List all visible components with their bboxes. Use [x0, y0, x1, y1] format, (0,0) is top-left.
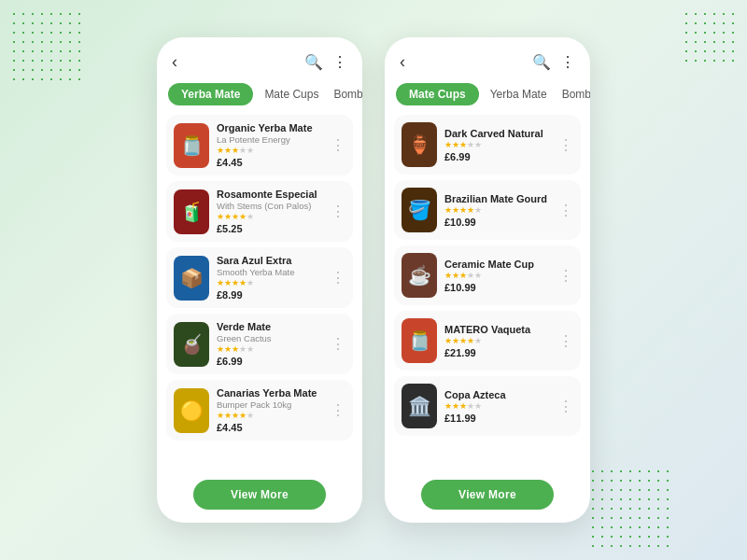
- product-info: Canarias Yerba Mate Bumper Pack 10kg ★★★…: [217, 387, 323, 433]
- product-more-icon[interactable]: ⋮: [558, 398, 573, 415]
- header-actions-2: 🔍 ⋮: [532, 53, 575, 71]
- product-info: Rosamonte Especial With Stems (Con Palos…: [217, 189, 323, 234]
- search-icon-2[interactable]: 🔍: [532, 53, 551, 71]
- view-more-container-1: View More: [157, 470, 362, 523]
- product-price: £10.99: [444, 282, 551, 293]
- product-name: Brazilian Mate Gourd: [444, 193, 551, 204]
- search-icon-1[interactable]: 🔍: [304, 53, 323, 71]
- product-sub: La Potente Energy: [217, 134, 323, 145]
- product-name: Organic Yerba Mate: [217, 122, 323, 133]
- product-item[interactable]: ☕ Ceramic Mate Cup ★★★★★ £10.99 ⋮: [394, 245, 581, 305]
- product-price: £8.99: [217, 289, 323, 301]
- product-image: ☕: [402, 253, 437, 298]
- menu-icon-1[interactable]: ⋮: [332, 53, 347, 71]
- product-item[interactable]: 📦 Sara Azul Extra Smooth Yerba Mate ★★★★…: [166, 247, 353, 308]
- tab-mate-cups[interactable]: Mate Cups: [261, 83, 322, 105]
- product-price: £10.99: [444, 217, 551, 228]
- product-item[interactable]: 🫙 Organic Yerba Mate La Potente Energy ★…: [166, 115, 353, 175]
- menu-icon-2[interactable]: ⋮: [560, 53, 575, 71]
- product-name: Verde Mate: [217, 321, 323, 332]
- product-more-icon[interactable]: ⋮: [331, 269, 345, 287]
- product-stars: ★★★★★: [444, 401, 551, 411]
- product-item[interactable]: 🏺 Dark Carved Natural ★★★★★ £6.99 ⋮: [394, 115, 581, 175]
- header-1: ‹ 🔍 ⋮: [157, 37, 362, 79]
- product-name: Copa Azteca: [444, 389, 551, 400]
- view-more-button-2[interactable]: View More: [421, 480, 554, 510]
- product-price: £4.45: [217, 422, 323, 433]
- decorative-dots-tl: [9, 9, 84, 84]
- back-button-2[interactable]: ‹: [400, 52, 405, 72]
- tab-bombill-2[interactable]: Bombil…: [558, 83, 590, 105]
- product-stars: ★★★★★: [217, 344, 323, 354]
- product-image: 🫙: [402, 318, 437, 363]
- product-item[interactable]: 🪣 Brazilian Mate Gourd ★★★★★ £10.99 ⋮: [394, 180, 581, 240]
- product-more-icon[interactable]: ⋮: [331, 335, 345, 353]
- tab-mate-cups-2[interactable]: Mate Cups: [396, 83, 479, 105]
- product-item[interactable]: 🧉 Verde Mate Green Cactus ★★★★★ £6.99 ⋮: [166, 314, 353, 374]
- header-actions-1: 🔍 ⋮: [304, 53, 347, 71]
- product-info: Dark Carved Natural ★★★★★ £6.99: [444, 128, 551, 162]
- product-price: £11.99: [444, 413, 551, 424]
- decorative-dots-tr: [682, 9, 738, 65]
- product-more-icon[interactable]: ⋮: [331, 203, 345, 220]
- product-info: Ceramic Mate Cup ★★★★★ £10.99: [444, 259, 551, 293]
- product-stars: ★★★★★: [444, 271, 551, 280]
- product-info: MATERO Vaqueta ★★★★★ £21.99: [444, 324, 551, 358]
- view-more-button-1[interactable]: View More: [193, 480, 326, 510]
- decorative-dots-br: [588, 467, 672, 551]
- product-more-icon[interactable]: ⋮: [558, 332, 573, 350]
- product-name: Rosamonte Especial: [217, 189, 323, 200]
- product-image: 🧉: [174, 322, 209, 367]
- product-stars: ★★★★★: [444, 336, 551, 345]
- product-stars: ★★★★★: [217, 278, 323, 287]
- product-image: 🏺: [402, 122, 437, 167]
- product-info: Brazilian Mate Gourd ★★★★★ £10.99: [444, 193, 551, 228]
- product-item[interactable]: 🟡 Canarias Yerba Mate Bumper Pack 10kg ★…: [166, 380, 353, 441]
- tabs-1: Yerba Mate Mate Cups Bombill…: [157, 79, 362, 115]
- phone-card-1: ‹ 🔍 ⋮ Yerba Mate Mate Cups Bombill… 🫙 Or…: [157, 37, 362, 523]
- product-list-2: 🏺 Dark Carved Natural ★★★★★ £6.99 ⋮ 🪣 Br…: [385, 115, 590, 470]
- product-list-1: 🫙 Organic Yerba Mate La Potente Energy ★…: [157, 115, 362, 470]
- product-image: 🟡: [174, 388, 209, 433]
- tab-yerba-mate[interactable]: Yerba Mate: [168, 83, 253, 105]
- product-name: Ceramic Mate Cup: [444, 259, 551, 270]
- product-name: Dark Carved Natural: [444, 128, 551, 139]
- product-price: £4.45: [217, 157, 323, 168]
- product-item[interactable]: 🏛️ Copa Azteca ★★★★★ £11.99 ⋮: [394, 376, 581, 436]
- product-item[interactable]: 🧃 Rosamonte Especial With Stems (Con Pal…: [166, 181, 353, 242]
- header-2: ‹ 🔍 ⋮: [385, 37, 590, 79]
- product-more-icon[interactable]: ⋮: [558, 202, 573, 219]
- product-more-icon[interactable]: ⋮: [331, 136, 345, 154]
- product-image: 🏛️: [402, 384, 437, 428]
- product-price: £6.99: [217, 356, 323, 367]
- product-stars: ★★★★★: [217, 146, 323, 155]
- back-button-1[interactable]: ‹: [172, 52, 177, 72]
- product-sub: Bumper Pack 10kg: [217, 399, 323, 410]
- product-info: Sara Azul Extra Smooth Yerba Mate ★★★★★ …: [217, 255, 323, 301]
- product-price: £5.25: [217, 223, 323, 234]
- tab-bombill[interactable]: Bombill…: [330, 83, 362, 105]
- view-more-container-2: View More: [385, 470, 590, 523]
- product-name: MATERO Vaqueta: [444, 324, 551, 335]
- product-price: £6.99: [444, 151, 551, 162]
- product-stars: ★★★★★: [217, 212, 323, 221]
- product-name: Sara Azul Extra: [217, 255, 323, 266]
- tabs-2: Mate Cups Yerba Mate Bombil…: [385, 79, 590, 115]
- product-stars: ★★★★★: [217, 411, 323, 420]
- product-more-icon[interactable]: ⋮: [331, 401, 345, 419]
- tab-yerba-mate-2[interactable]: Yerba Mate: [486, 83, 551, 105]
- phone-card-2: ‹ 🔍 ⋮ Mate Cups Yerba Mate Bombil… 🏺 Dar…: [385, 37, 590, 523]
- product-info: Verde Mate Green Cactus ★★★★★ £6.99: [217, 321, 323, 367]
- product-image: 🫙: [174, 123, 209, 168]
- product-price: £21.99: [444, 347, 551, 358]
- product-name: Canarias Yerba Mate: [217, 387, 323, 399]
- product-sub: Green Cactus: [217, 333, 323, 343]
- product-item[interactable]: 🫙 MATERO Vaqueta ★★★★★ £21.99 ⋮: [394, 311, 581, 371]
- product-stars: ★★★★★: [444, 205, 551, 215]
- product-more-icon[interactable]: ⋮: [558, 136, 573, 154]
- product-more-icon[interactable]: ⋮: [558, 267, 573, 285]
- product-info: Copa Azteca ★★★★★ £11.99: [444, 389, 551, 424]
- product-stars: ★★★★★: [444, 140, 551, 149]
- product-sub: Smooth Yerba Mate: [217, 267, 323, 277]
- product-info: Organic Yerba Mate La Potente Energy ★★★…: [217, 122, 323, 168]
